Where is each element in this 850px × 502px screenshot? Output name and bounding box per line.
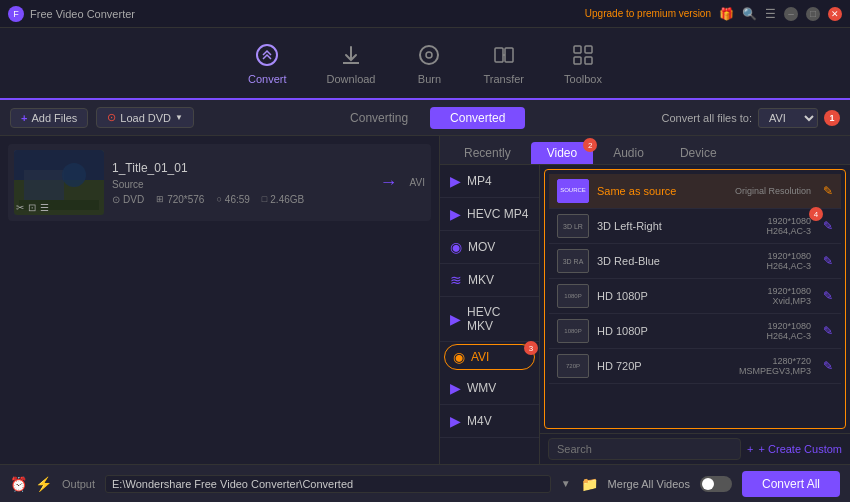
svg-rect-4: [505, 48, 513, 62]
source-label: Source: [112, 179, 144, 190]
title-bar-left: F Free Video Converter: [8, 6, 135, 22]
avi-icon: ◉: [453, 349, 465, 365]
format-hevc-mp4[interactable]: ▶ HEVC MP4: [440, 198, 539, 231]
3drb-icon: 3D RA: [557, 249, 589, 273]
format-select[interactable]: AVI MP4 MOV: [758, 108, 818, 128]
res-3drb-spec: 1920*1080 H264,AC-3: [766, 251, 811, 271]
res-same-label: Same as source: [597, 185, 727, 197]
crop-icon[interactable]: ⊡: [28, 202, 36, 213]
resolution-panel: SOURCE Same as source Original Resolutio…: [540, 165, 850, 464]
nav-transfer-label: Transfer: [483, 73, 524, 85]
menu-icon[interactable]: ☰: [765, 7, 776, 21]
mkv-icon: ≋: [450, 272, 462, 288]
tab-device[interactable]: Device: [664, 142, 733, 164]
nav-burn-label: Burn: [418, 73, 441, 85]
add-files-button[interactable]: + Add Files: [10, 108, 88, 128]
lightning-icon: ⚡: [35, 476, 52, 492]
format-mp4[interactable]: ▶ MP4: [440, 165, 539, 198]
resolution-hd-1080p-h264[interactable]: 1080P HD 1080P 1920*1080 H264,AC-3 ✎: [549, 314, 841, 349]
res-1080p-h264-spec: 1920*1080 H264,AC-3: [766, 321, 811, 341]
svg-rect-11: [24, 170, 64, 200]
file-meta-details: ⊙ DVD ⊞ 720*576 ○ 46:59 □ 2.46GB: [112, 194, 368, 205]
svg-point-12: [62, 163, 86, 187]
format-content: ▶ MP4 ▶ HEVC MP4 ◉ MOV ≋ MKV ▶ HEVC MK: [440, 165, 850, 464]
load-dvd-button[interactable]: ⊙ Load DVD ▼: [96, 107, 194, 128]
resolution-list: SOURCE Same as source Original Resolutio…: [544, 169, 846, 429]
res-3dlr-spec: 1920*1080 H264,AC-3: [766, 216, 811, 236]
folder-open-icon[interactable]: 📁: [581, 476, 598, 492]
res-1080p-xvid-spec: 1920*1080 Xvid,MP3: [767, 286, 811, 306]
nav-burn[interactable]: Burn: [415, 41, 443, 85]
file-name: 1_Title_01_01: [112, 161, 368, 175]
resolution-3d-lr[interactable]: 3D LR 3D Left-Right 1920*1080 H264,AC-3 …: [549, 209, 841, 244]
avi-label: AVI: [471, 350, 489, 364]
wmv-label: WMV: [467, 381, 496, 395]
avi-badge: 3: [524, 341, 538, 355]
title-bar: F Free Video Converter Upgrade to premiu…: [0, 0, 850, 28]
convert-icon: [253, 41, 281, 69]
convert-all-button[interactable]: Convert All: [742, 471, 840, 497]
res-1080p-xvid-edit[interactable]: ✎: [823, 289, 833, 303]
tab-recently[interactable]: Recently: [448, 142, 527, 164]
res-same-edit[interactable]: ✎: [823, 184, 833, 198]
format-search-bar: + + Create Custom: [540, 433, 850, 464]
top-nav: Convert Download Burn Transfer: [0, 28, 850, 100]
settings-icon[interactable]: ☰: [40, 202, 49, 213]
format-hevc-mkv[interactable]: ▶ HEVC MKV: [440, 297, 539, 342]
dvd-icon: ⊙: [107, 111, 116, 124]
clock-bottom-icon: ⏰: [10, 476, 27, 492]
res-3drb-edit[interactable]: ✎: [823, 254, 833, 268]
format-mov[interactable]: ◉ MOV: [440, 231, 539, 264]
tab-converted[interactable]: Converted: [430, 107, 525, 129]
search-icon[interactable]: 🔍: [742, 7, 757, 21]
nav-transfer[interactable]: Transfer: [483, 41, 524, 85]
format-avi[interactable]: ◉ AVI 3: [444, 344, 535, 370]
clock-icon: ○: [216, 194, 221, 204]
maximize-button[interactable]: □: [806, 7, 820, 21]
format-wmv[interactable]: ▶ WMV: [440, 372, 539, 405]
resolution-3d-rb[interactable]: 3D RA 3D Red-Blue 1920*1080 H264,AC-3 ✎: [549, 244, 841, 279]
tab-converting[interactable]: Converting: [330, 107, 428, 129]
720p-icon: 720P: [557, 354, 589, 378]
scissors-icon[interactable]: ✂: [16, 202, 24, 213]
file-resolution: 720*576: [167, 194, 204, 205]
res-1080p-h264-label: HD 1080P: [597, 325, 758, 337]
create-custom-button[interactable]: + + Create Custom: [747, 443, 842, 455]
nav-download[interactable]: Download: [327, 41, 376, 85]
toolbar: + Add Files ⊙ Load DVD ▼ Converting Conv…: [0, 100, 850, 136]
nav-convert-label: Convert: [248, 73, 287, 85]
resolution-hd-1080p-xvid[interactable]: 1080P HD 1080P 1920*1080 Xvid,MP3 ✎: [549, 279, 841, 314]
tab-audio[interactable]: Audio: [597, 142, 660, 164]
format-m4v[interactable]: ▶ M4V: [440, 405, 539, 438]
res-1080p-h264-edit[interactable]: ✎: [823, 324, 833, 338]
title-bar-right: Upgrade to premium version 🎁 🔍 ☰ – □ ✕: [585, 7, 842, 21]
close-button[interactable]: ✕: [828, 7, 842, 21]
tab-video[interactable]: Video 2: [531, 142, 593, 164]
m4v-icon: ▶: [450, 413, 461, 429]
merge-toggle[interactable]: [700, 476, 732, 492]
video-tab-badge: 2: [583, 138, 597, 152]
file-meta: Source: [112, 179, 368, 190]
res-720p-edit[interactable]: ✎: [823, 359, 833, 373]
thumb-icons: ✂ ⊡ ☰: [16, 202, 49, 213]
file-duration: 46:59: [225, 194, 250, 205]
dropdown-output-icon[interactable]: ▼: [561, 478, 571, 489]
res-3dlr-label: 3D Left-Right: [597, 220, 758, 232]
bottom-icons: ⏰ ⚡: [10, 476, 52, 492]
download-icon: [337, 41, 365, 69]
mp4-label: MP4: [467, 174, 492, 188]
minimize-button[interactable]: –: [784, 7, 798, 21]
resolution-hd-720p[interactable]: 720P HD 720P 1280*720 MSMPEGV3,MP3 ✎: [549, 349, 841, 384]
res-3dlr-edit[interactable]: ✎: [823, 219, 833, 233]
resolution-same-as-source[interactable]: SOURCE Same as source Original Resolutio…: [549, 174, 841, 209]
nav-download-label: Download: [327, 73, 376, 85]
format-panel: Recently Video 2 Audio Device ▶ MP4: [440, 136, 850, 464]
nav-convert[interactable]: Convert: [248, 41, 287, 85]
upgrade-link[interactable]: Upgrade to premium version: [585, 8, 711, 19]
nav-toolbox[interactable]: Toolbox: [564, 41, 602, 85]
format-mkv[interactable]: ≋ MKV: [440, 264, 539, 297]
svg-rect-6: [585, 46, 592, 53]
format-search-input[interactable]: [548, 438, 741, 460]
svg-rect-7: [574, 57, 581, 64]
file-thumbnail: ✂ ⊡ ☰: [14, 150, 104, 215]
